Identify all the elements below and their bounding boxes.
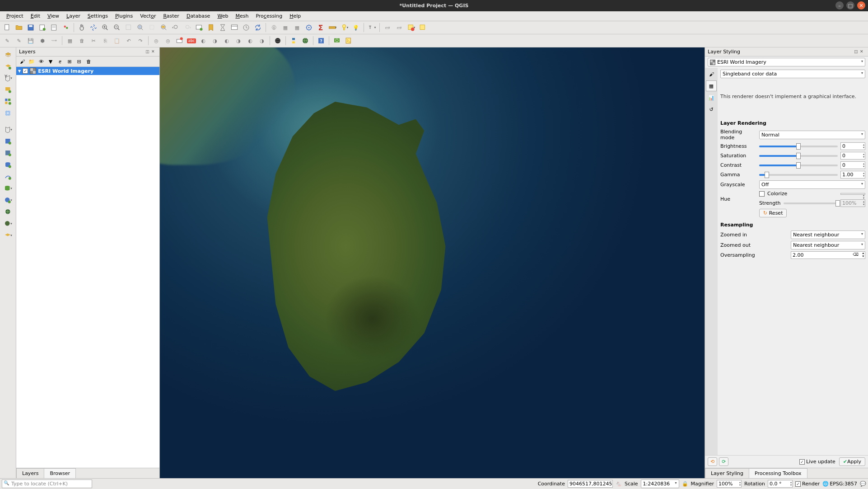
menu-raster[interactable]: Raster	[159, 12, 182, 20]
zoomed-out-select[interactable]: Nearest neighbour	[791, 241, 865, 249]
annotation-button[interactable]: T	[366, 22, 377, 33]
zoom-last-button[interactable]	[170, 22, 181, 33]
oversampling-input[interactable]: 2.00⌫▴▾	[791, 251, 865, 259]
new-geopackage-button[interactable]	[3, 61, 14, 72]
new-project-button[interactable]	[2, 22, 13, 33]
magnifier-spin[interactable]: 100%	[717, 480, 742, 488]
contrast-down-button[interactable]: ◑	[233, 35, 244, 46]
new-print-layout-button[interactable]	[37, 22, 48, 33]
open-project-button[interactable]	[14, 22, 24, 33]
add-xyz-button[interactable]	[3, 207, 14, 217]
menu-edit[interactable]: Edit	[27, 12, 44, 20]
menu-database[interactable]: Database	[183, 12, 214, 20]
histogram-tab-icon[interactable]: 📊	[706, 92, 717, 103]
tab-layers[interactable]: Layers	[16, 468, 44, 478]
menu-mesh[interactable]: Mesh	[232, 12, 252, 20]
layer-collapse-icon[interactable]: ▼	[18, 69, 21, 73]
rotation-spin[interactable]: 0.0 °	[768, 480, 793, 488]
menu-help[interactable]: Help	[286, 12, 304, 20]
menu-layer[interactable]: Layer	[63, 12, 84, 20]
move-feature-button[interactable]: ▦	[65, 35, 75, 46]
layer-visibility-checkbox[interactable]: ✓	[23, 68, 28, 74]
renderer-select[interactable]: Singleband color data	[720, 70, 865, 78]
stretch-min-button[interactable]	[174, 35, 185, 46]
save-project-button[interactable]	[25, 22, 36, 33]
edit-toggle-button[interactable]: ✎	[2, 35, 13, 46]
zoom-native-button[interactable]	[123, 22, 134, 33]
add-wms-button[interactable]	[3, 195, 14, 206]
stretch-max-button[interactable]: abc	[186, 35, 197, 46]
layout-manager-button[interactable]	[49, 22, 60, 33]
add-mesh-button[interactable]	[3, 108, 14, 119]
scale-select[interactable]: 1:2420836	[641, 480, 679, 488]
metasearch-button[interactable]	[272, 35, 283, 46]
refresh-button[interactable]	[252, 22, 263, 33]
window-close-button[interactable]: ✕	[857, 1, 865, 9]
grayscale-select[interactable]: Off	[759, 180, 865, 189]
gamma-slider[interactable]	[759, 174, 838, 176]
colorize-checkbox[interactable]	[759, 191, 765, 197]
panel-close-icon[interactable]: ✕	[860, 49, 865, 55]
help-button[interactable]: ?	[316, 35, 327, 46]
stretch-button[interactable]: ◐	[245, 35, 256, 46]
add-vector-button[interactable]	[3, 85, 14, 95]
transparency-tab-icon[interactable]: ▦	[706, 80, 717, 91]
saturation-spin[interactable]: 0	[840, 152, 865, 160]
reset-button[interactable]: ↻ Reset	[759, 209, 787, 217]
add-virtual-button[interactable]	[3, 148, 14, 159]
layer-item-esri[interactable]: ▼ ✓ ESRI World Imagery	[16, 67, 159, 75]
layers-tree[interactable]: ▼ ✓ ESRI World Imagery	[16, 67, 159, 468]
menu-processing[interactable]: Processing	[252, 12, 286, 20]
menu-project[interactable]: Project	[3, 12, 27, 20]
local-histogram-button[interactable]: ◎	[151, 35, 162, 46]
digitize-button[interactable]: 〰	[49, 35, 60, 46]
save-edits-button[interactable]: ✎	[14, 35, 24, 46]
open-data-source-button[interactable]	[3, 49, 14, 60]
panel-float-icon[interactable]: ◫	[145, 49, 151, 55]
map-canvas[interactable]	[160, 47, 705, 478]
layer-styling-icon[interactable]: 🖌	[18, 57, 26, 66]
python-console-button[interactable]	[288, 35, 299, 46]
window-minimize-button[interactable]: –	[835, 1, 844, 9]
spatial-bookmarks-button[interactable]	[229, 22, 240, 33]
zoom-selection-button[interactable]	[147, 22, 158, 33]
history-tab-icon[interactable]: ↺	[706, 104, 717, 115]
attribute-table-button[interactable]: ▦	[280, 22, 291, 33]
remove-layer-icon[interactable]: 🗑	[84, 57, 93, 66]
lock-icon[interactable]: 🔒	[682, 481, 688, 487]
brightness-slider[interactable]	[759, 146, 838, 147]
pan-button[interactable]	[76, 22, 87, 33]
redo-button[interactable]: ↷	[135, 35, 146, 46]
maptips-button[interactable]	[339, 22, 350, 33]
crs-button[interactable]: 🌐EPSG:3857	[822, 481, 857, 487]
tab-browser[interactable]: Browser	[44, 468, 76, 478]
tab-layer-styling[interactable]: Layer Styling	[705, 468, 749, 478]
add-group-icon[interactable]: 📁	[28, 57, 36, 66]
brightness-up-button[interactable]: ◐	[198, 35, 209, 46]
select-features-button[interactable]: ▭	[382, 22, 393, 33]
add-oracle-button[interactable]	[3, 183, 14, 194]
window-maximize-button[interactable]: □	[846, 1, 854, 9]
delete-button[interactable]: 🗑	[76, 35, 87, 46]
stretch2-button[interactable]: ◑	[257, 35, 267, 46]
add-spatialite-button[interactable]	[3, 136, 14, 147]
select-all-button[interactable]	[417, 22, 428, 33]
contrast-spin[interactable]: 0	[840, 161, 865, 169]
brightness-spin[interactable]: 0	[840, 142, 865, 150]
new-map-view-button[interactable]	[194, 22, 205, 33]
add-wfs-button[interactable]	[3, 230, 14, 241]
manage-visibility-icon[interactable]: 👁	[37, 57, 45, 66]
statistics-button[interactable]: Σ	[315, 22, 326, 33]
expand-all-icon[interactable]: ⊞	[65, 57, 74, 66]
plugin-manager-button[interactable]	[300, 35, 311, 46]
zoom-next-button[interactable]	[182, 22, 193, 33]
new-shapefile-button[interactable]: V	[3, 73, 14, 84]
filter-legend-icon[interactable]: ▼	[47, 57, 55, 66]
save-layer-button[interactable]: 💾	[25, 35, 36, 46]
tab-processing-toolbox[interactable]: Processing Toolbox	[749, 468, 807, 478]
blending-mode-select[interactable]: Normal	[759, 131, 865, 139]
saturation-slider[interactable]	[759, 155, 838, 157]
locator-input[interactable]: Type to locate (Ctrl+K)	[2, 480, 92, 488]
menu-web[interactable]: Web	[214, 12, 232, 20]
processing-toolbox-button[interactable]	[331, 35, 342, 46]
